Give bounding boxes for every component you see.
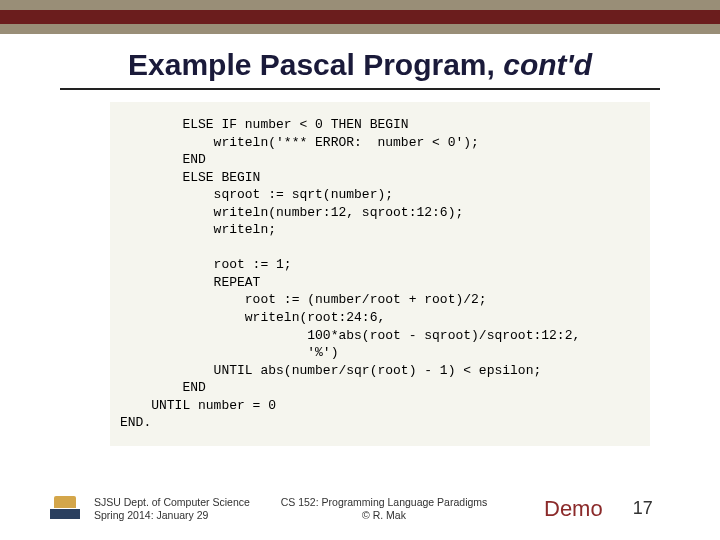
footer: SJSU Dept. of Computer Science Spring 20… — [0, 496, 720, 522]
bar-tan-bottom — [0, 24, 720, 34]
title-underline — [60, 88, 660, 90]
course-line1: CS 152: Programming Language Paradigms — [274, 496, 494, 509]
sjsu-logo — [50, 496, 80, 522]
logo-top-icon — [54, 496, 76, 508]
code-block: ELSE IF number < 0 THEN BEGIN writeln('*… — [110, 102, 650, 446]
course-line2: © R. Mak — [274, 509, 494, 522]
bar-maroon — [0, 10, 720, 24]
page-number: 17 — [633, 498, 653, 519]
dept-line1: SJSU Dept. of Computer Science — [94, 496, 274, 509]
dept-line2: Spring 2014: January 29 — [94, 509, 274, 522]
footer-dept: SJSU Dept. of Computer Science Spring 20… — [94, 496, 274, 522]
footer-course: CS 152: Programming Language Paradigms ©… — [274, 496, 494, 522]
slide-title: Example Pascal Program, cont'd — [0, 48, 720, 82]
bar-tan-top — [0, 0, 720, 10]
logo-bottom-bar — [50, 509, 80, 519]
demo-label: Demo — [544, 496, 603, 522]
title-contd: cont'd — [503, 48, 592, 81]
title-main: Example Pascal Program, — [128, 48, 503, 81]
decorative-top-bars — [0, 0, 720, 34]
